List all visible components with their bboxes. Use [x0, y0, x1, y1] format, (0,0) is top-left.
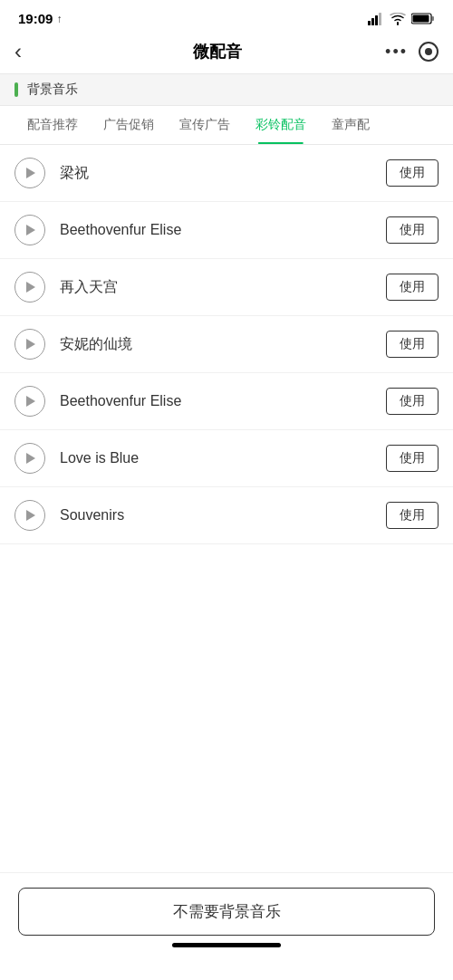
play-button[interactable]: [14, 443, 45, 474]
list-item: 再入天宫使用: [0, 259, 453, 316]
header: ‹ 微配音 •••: [0, 34, 453, 73]
play-button[interactable]: [14, 272, 45, 303]
home-indicator: [172, 943, 281, 947]
song-name: Love is Blue: [60, 450, 386, 466]
use-button[interactable]: 使用: [386, 216, 439, 244]
list-item: Souvenirs使用: [0, 487, 453, 544]
svg-rect-2: [375, 15, 378, 25]
play-icon: [26, 396, 35, 407]
svg-rect-6: [413, 15, 429, 23]
list-item: 梁祝使用: [0, 145, 453, 202]
use-button[interactable]: 使用: [386, 502, 439, 529]
play-icon: [26, 225, 35, 235]
status-bar: 19:09 ↑: [0, 0, 453, 34]
song-name: 安妮的仙境: [60, 335, 386, 354]
play-icon: [26, 453, 35, 464]
play-icon: [26, 339, 35, 350]
tab-promo-ad[interactable]: 宣传广告: [167, 106, 243, 144]
section-bar-decoration: [14, 82, 18, 97]
section-label-text: 背景音乐: [27, 82, 78, 98]
list-item: Love is Blue使用: [0, 430, 453, 487]
use-button[interactable]: 使用: [386, 159, 439, 187]
more-button[interactable]: •••: [385, 43, 408, 62]
use-button[interactable]: 使用: [386, 445, 439, 472]
song-name: 再入天宫: [60, 278, 386, 297]
tab-ringtone[interactable]: 彩铃配音: [243, 106, 319, 144]
song-list: 梁祝使用Beethovenfur Elise使用再入天宫使用安妮的仙境使用Bee…: [0, 145, 453, 544]
song-name: 梁祝: [60, 164, 386, 183]
tab-recommend[interactable]: 配音推荐: [14, 106, 91, 144]
list-item: Beethovenfur Elise使用: [0, 202, 453, 259]
wifi-icon: [390, 13, 406, 25]
play-icon: [26, 168, 35, 178]
category-tabs: 配音推荐广告促销宣传广告彩铃配音童声配: [0, 106, 453, 145]
song-name: Souvenirs: [60, 507, 386, 524]
use-button[interactable]: 使用: [386, 388, 439, 415]
play-button[interactable]: [14, 329, 45, 360]
page-title: 微配音: [51, 41, 384, 62]
no-music-button[interactable]: 不需要背景音乐: [18, 888, 435, 936]
tab-child[interactable]: 童声配: [319, 106, 382, 144]
bottom-section: 不需要背景音乐: [0, 872, 453, 980]
play-button[interactable]: [14, 500, 45, 531]
tab-ad-promo[interactable]: 广告促销: [91, 106, 167, 144]
play-icon: [26, 510, 35, 521]
play-button[interactable]: [14, 215, 45, 245]
svg-rect-0: [368, 21, 371, 25]
header-actions: •••: [384, 42, 439, 62]
battery-icon: [411, 13, 435, 24]
status-time: 19:09: [18, 11, 53, 26]
record-button[interactable]: [419, 42, 439, 62]
list-item: Beethovenfur Elise使用: [0, 373, 453, 430]
svg-rect-3: [379, 13, 381, 25]
section-label: 背景音乐: [0, 73, 453, 106]
location-icon: ↑: [56, 13, 62, 25]
use-button[interactable]: 使用: [386, 274, 439, 301]
svg-rect-5: [432, 16, 435, 21]
use-button[interactable]: 使用: [386, 331, 439, 358]
song-name: Beethovenfur Elise: [60, 393, 386, 409]
status-icons: [368, 13, 435, 25]
signal-icon: [368, 13, 384, 25]
list-item: 安妮的仙境使用: [0, 316, 453, 373]
svg-rect-1: [371, 18, 374, 25]
play-icon: [26, 282, 35, 293]
back-button[interactable]: ‹: [14, 39, 51, 64]
play-button[interactable]: [14, 158, 45, 188]
play-button[interactable]: [14, 386, 45, 417]
record-icon-inner: [425, 48, 432, 55]
song-name: Beethovenfur Elise: [60, 222, 386, 238]
